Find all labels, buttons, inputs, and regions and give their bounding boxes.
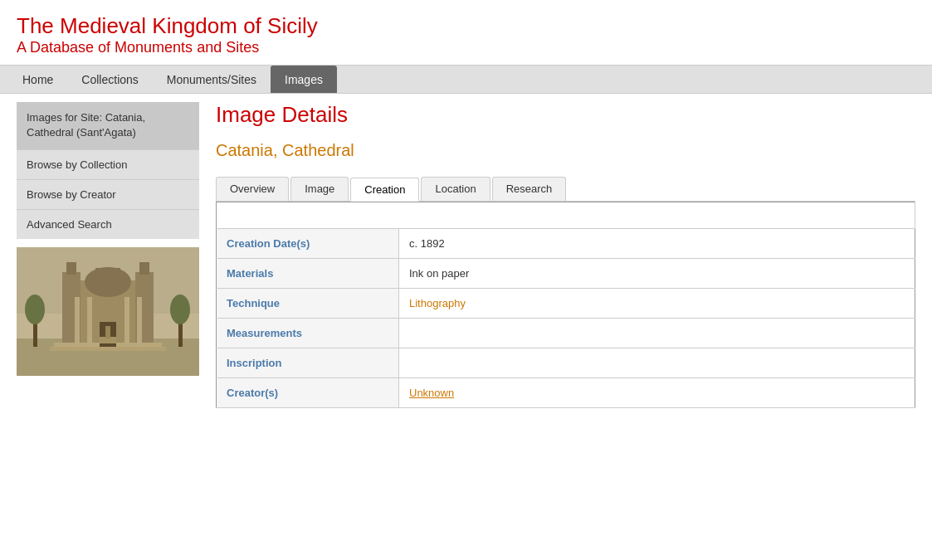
table-row: Creation Date(s)c. 1892 (217, 229, 915, 259)
table-cell-label: Creation Date(s) (217, 229, 399, 259)
table-row: Creator(s)Unknown (217, 378, 915, 408)
site-title: The Medieval Kingdom of Sicily (17, 13, 915, 39)
nav-item-images[interactable]: Images (271, 66, 337, 93)
detail-tabs: OverviewImageCreationLocationResearch (216, 177, 915, 202)
sidebar-links: Browse by CollectionBrowse by CreatorAdv… (17, 149, 199, 239)
nav-item-collections[interactable]: Collections (67, 66, 152, 93)
table-cell-value (399, 319, 915, 348)
cathedral-image (17, 247, 199, 376)
table-row: TechniqueLithography (217, 289, 915, 319)
table-cell-value: Lithography (399, 289, 915, 319)
site-subtitle: A Database of Monuments and Sites (17, 39, 915, 56)
table-header (217, 202, 915, 229)
sidebar-link-advanced-search[interactable]: Advanced Search (17, 209, 199, 239)
tab-location[interactable]: Location (421, 177, 490, 201)
tab-creation[interactable]: Creation (350, 178, 419, 202)
tab-research[interactable]: Research (492, 177, 567, 201)
table-cell-label: Materials (217, 259, 399, 289)
svg-rect-23 (17, 247, 199, 376)
nav-item-home[interactable]: Home (8, 66, 67, 93)
table-cell-label: Inscription (217, 348, 399, 378)
tab-overview[interactable]: Overview (216, 177, 289, 201)
table-cell-label: Technique (217, 289, 399, 319)
table-row: MaterialsInk on paper (217, 259, 915, 289)
table-row: Measurements (217, 319, 915, 348)
sidebar-images-label: Images for Site: Catania, Cathedral (San… (17, 102, 199, 149)
details-table: Creation Date(s)c. 1892MaterialsInk on p… (216, 202, 915, 408)
main-nav: HomeCollectionsMonuments/SitesImages (0, 65, 932, 94)
table-cell-label: Creator(s) (217, 378, 399, 408)
table-cell-label: Measurements (217, 319, 399, 348)
main-content: Images for Site: Catania, Cathedral (San… (0, 94, 932, 416)
table-row: Inscription (217, 348, 915, 378)
sidebar-link-browse-by-collection[interactable]: Browse by Collection (17, 149, 199, 179)
record-title: Catania, Cathedral (216, 141, 915, 160)
table-cell-value: c. 1892 (399, 229, 915, 259)
site-header: The Medieval Kingdom of Sicily A Databas… (0, 0, 932, 65)
tab-image[interactable]: Image (290, 177, 349, 201)
page-title: Image Details (216, 102, 915, 128)
table-cell-value (399, 348, 915, 378)
nav-item-monuments-sites[interactable]: Monuments/Sites (153, 66, 271, 93)
table-cell-value[interactable]: Unknown (399, 378, 915, 408)
sidebar: Images for Site: Catania, Cathedral (San… (17, 102, 199, 408)
sidebar-link-browse-by-creator[interactable]: Browse by Creator (17, 179, 199, 209)
table-cell-value: Ink on paper (399, 259, 915, 289)
content-area: Image Details Catania, Cathedral Overvie… (216, 102, 915, 408)
